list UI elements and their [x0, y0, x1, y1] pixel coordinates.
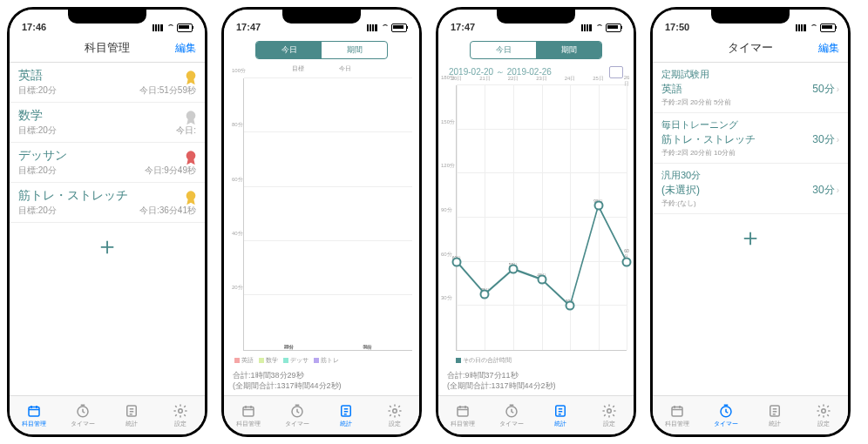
data-point: [565, 301, 574, 311]
badge-icon: [184, 150, 198, 167]
data-point: [622, 257, 632, 266]
wifi-icon: [379, 24, 390, 31]
add-button[interactable]: ＋: [653, 214, 848, 261]
svg-point-0: [186, 71, 196, 80]
tab-2[interactable]: 統計: [322, 396, 370, 434]
svg-rect-4: [29, 407, 39, 416]
tab-3[interactable]: 設定: [799, 396, 848, 434]
subject-item[interactable]: 数学目標:20分今日:: [10, 103, 205, 143]
wifi-icon: [593, 24, 604, 31]
page-title: 科目管理: [85, 40, 130, 56]
svg-point-15: [607, 408, 612, 413]
battery-icon: [606, 24, 621, 32]
legend-today: 今日: [339, 64, 351, 73]
battery-icon: [391, 24, 407, 32]
tab-1[interactable]: タイマー: [58, 396, 107, 434]
calendar-icon[interactable]: [609, 66, 623, 78]
edit-button[interactable]: 編集: [818, 41, 839, 56]
data-point: [480, 289, 490, 299]
edit-button[interactable]: 編集: [175, 41, 196, 56]
svg-rect-12: [458, 407, 468, 416]
signal-icon: [581, 24, 592, 31]
svg-point-11: [393, 408, 397, 413]
tab-1[interactable]: タイマー: [487, 396, 536, 434]
timer-item[interactable]: 定期試験用英語50分›予鈴:2回 20分前 5分前: [653, 63, 848, 113]
timer-item[interactable]: 汎用30分(未選択)30分›予鈴:(なし): [653, 164, 848, 214]
add-button[interactable]: ＋: [10, 223, 205, 270]
seg-period[interactable]: 期間: [536, 42, 601, 58]
data-point: [452, 257, 462, 266]
subject-item[interactable]: デッサン目標:20分今日:9分49秒: [10, 143, 205, 183]
legend-label: その日の合計時間: [463, 356, 512, 365]
chevron-right-icon: ›: [837, 84, 839, 94]
signal-icon: [796, 24, 806, 31]
tab-2[interactable]: 統計: [107, 396, 156, 434]
svg-point-19: [822, 408, 826, 413]
battery-icon: [820, 24, 836, 32]
signal-icon: [153, 24, 163, 31]
tab-0[interactable]: 科目管理: [10, 396, 58, 434]
seg-today[interactable]: 今日: [256, 42, 322, 58]
tab-0[interactable]: 科目管理: [653, 396, 702, 434]
clock: 17:50: [665, 22, 689, 32]
sum-alltime: (全期間合計:1317時間44分2秒): [447, 380, 625, 392]
chevron-right-icon: ›: [837, 135, 839, 145]
tab-3[interactable]: 設定: [370, 396, 419, 434]
signal-icon: [367, 24, 377, 31]
data-point: [508, 264, 518, 273]
legend-item: 英語: [234, 356, 254, 365]
tab-0[interactable]: 科目管理: [224, 396, 273, 434]
badge-icon: [184, 70, 198, 87]
sum-total: 合計:1時間38分29秒: [233, 370, 410, 381]
svg-point-2: [186, 151, 196, 160]
sum-alltime: (全期間合計:1317時間44分2秒): [233, 380, 410, 392]
chevron-right-icon: ›: [837, 185, 839, 195]
svg-rect-8: [243, 407, 254, 416]
legend-item: デッサ: [283, 356, 309, 365]
tab-2[interactable]: 統計: [536, 396, 585, 434]
tab-1[interactable]: タイマー: [702, 396, 750, 434]
clock: 17:47: [236, 22, 261, 32]
clock: 17:46: [22, 22, 46, 32]
wifi-icon: [165, 24, 175, 31]
tab-1[interactable]: タイマー: [273, 396, 322, 434]
svg-point-1: [186, 111, 196, 120]
svg-point-3: [186, 191, 196, 200]
wifi-icon: [808, 24, 818, 31]
svg-point-7: [179, 408, 183, 413]
tab-2[interactable]: 統計: [750, 396, 799, 434]
page-title: タイマー: [728, 40, 773, 56]
data-point: [593, 201, 603, 211]
seg-today[interactable]: 今日: [471, 42, 536, 58]
subject-item[interactable]: 筋トレ・ストレッチ目標:20分今日:36分41秒: [10, 183, 205, 223]
tab-3[interactable]: 設定: [585, 396, 634, 434]
sum-total: 合計:9時間37分11秒: [447, 370, 625, 381]
seg-period[interactable]: 期間: [322, 42, 387, 58]
tab-0[interactable]: 科目管理: [438, 396, 487, 434]
subject-item[interactable]: 英語目標:20分今日:51分59秒: [10, 63, 205, 103]
battery-icon: [177, 24, 193, 32]
segment-control[interactable]: 今日期間: [470, 41, 602, 59]
badge-icon: [184, 190, 198, 207]
timer-item[interactable]: 毎日トレーニング筋トレ・ストレッチ30分›予鈴:2回 20分前 10分前: [653, 113, 848, 164]
clock: 17:47: [451, 22, 475, 32]
data-point: [537, 274, 546, 284]
tab-3[interactable]: 設定: [156, 396, 205, 434]
segment-control[interactable]: 今日期間: [255, 41, 388, 59]
legend-goal: 目標: [292, 64, 304, 73]
legend-item: 筋トレ: [314, 356, 339, 365]
svg-rect-16: [672, 407, 682, 416]
legend-item: 数学: [259, 356, 278, 365]
badge-icon: [184, 110, 198, 127]
legend-swatch: [456, 358, 461, 363]
